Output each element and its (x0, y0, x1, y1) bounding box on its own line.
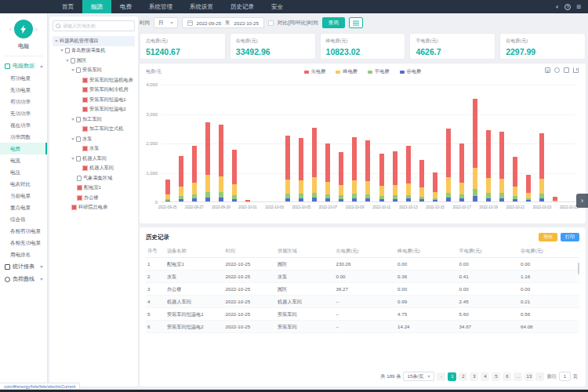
query-button[interactable]: 查询 (322, 17, 345, 28)
region-search-input[interactable] (63, 24, 132, 28)
tree-node-label: 机器人车间 (89, 165, 114, 172)
tree-node-15[interactable]: 气象采集区域 (53, 173, 135, 183)
rail-item-电表对比[interactable]: 电表对比 (0, 178, 47, 190)
export-button[interactable]: 导出 (539, 233, 557, 241)
x-tick-label: 2022-10-05 (292, 205, 310, 209)
module-next-icon[interactable]: › (35, 26, 38, 33)
tree-node-3[interactable]: 园区 (53, 56, 135, 66)
tree-node-17[interactable]: 办公楼 (53, 193, 135, 203)
nav-tab-7[interactable]: 安全 (263, 0, 292, 13)
interval-select[interactable]: 日 (154, 17, 178, 28)
data-view-icon[interactable] (545, 67, 550, 73)
theme-icon[interactable]: ◐ (556, 4, 559, 9)
tree-node-11[interactable]: 水泵 (53, 134, 135, 144)
legend-item-平电费[interactable]: 平电费 (368, 68, 390, 75)
legend-item-谷电费[interactable]: 谷电费 (400, 68, 422, 75)
page-button-4[interactable]: 4 (481, 372, 489, 381)
tree-node-2[interactable]: 青岛数据采集机 (53, 46, 135, 56)
bar-slot (428, 85, 441, 201)
page-size-select[interactable]: 15条/页 (403, 372, 434, 381)
nav-tab-2[interactable]: 能源 (82, 0, 111, 13)
apps-grid-icon[interactable]: ⊞ (576, 4, 581, 9)
help-icon[interactable]: ? (564, 4, 571, 10)
next-page-button[interactable]: › (535, 372, 544, 381)
carousel-next-button[interactable]: › (576, 194, 588, 208)
bar-slot (241, 85, 254, 201)
restore-icon[interactable] (554, 67, 560, 73)
prev-page-button[interactable]: ‹ (437, 372, 445, 381)
bar-segment-尖电费 (539, 133, 544, 179)
page-button-1[interactable]: 1 (448, 372, 456, 381)
table-scrollbar[interactable] (578, 263, 579, 274)
rail-item-视在功率[interactable]: 视在功率 (0, 119, 47, 131)
bar-slot (415, 85, 428, 201)
print-button[interactable]: 打印 (561, 233, 579, 241)
stat-card-2: 尖电费(元)33492.96 (230, 33, 316, 60)
rail-item-各相无功电量[interactable]: 各相无功电量 (0, 237, 47, 249)
tree-node-9[interactable]: 加工车间 (53, 114, 135, 125)
tree-node-7[interactable]: 安装车间恒温电1 (53, 95, 135, 105)
tree-node-8[interactable]: 安装车间恒温电2 (53, 105, 135, 115)
chevron-down-icon (40, 266, 43, 268)
module-prev-icon[interactable]: ‹ (9, 26, 12, 33)
view-toggle-button[interactable] (349, 17, 363, 28)
tree-node-5[interactable]: 安装车间恒温机电表 (53, 75, 135, 85)
table-cell: 230.26 (335, 258, 397, 270)
jump-page-input[interactable] (559, 372, 571, 381)
tree-node-label: 安装车间制冷机房 (89, 86, 129, 93)
x-tick-label: 2022-10-13 (399, 205, 418, 209)
rail-item-电费[interactable]: 电费 (0, 143, 47, 154)
nav-tab-4[interactable]: 系统管理 (140, 0, 181, 13)
rail-item-各相有功电量[interactable]: 各相有功电量 (0, 225, 47, 237)
page-button-13[interactable]: 13 (524, 372, 533, 381)
y-tick-label: 4,000 (146, 82, 158, 87)
legend-item-尖电费[interactable]: 尖电费 (304, 68, 326, 75)
rail-item-功率因数[interactable]: 功率因数 (0, 131, 47, 143)
tree-node-6[interactable]: 安装车间制冷机房 (53, 85, 135, 96)
rail-item-电压[interactable]: 电压 (0, 166, 47, 178)
rail-item-电流[interactable]: 电流 (0, 154, 47, 166)
tree-node-18[interactable]: 科研院总电表 (53, 203, 135, 213)
download-icon[interactable] (573, 67, 579, 73)
tree-node-1[interactable]: 科源风机管理项目 (53, 36, 135, 46)
stat-card-value: 4626.7 (416, 47, 489, 56)
tree-node-16[interactable]: 配电室1 (53, 183, 135, 194)
nav-tab-6[interactable]: 历史记录 (222, 0, 263, 13)
energy-module-icon[interactable] (14, 20, 33, 38)
tree-node-label: 加工车间立式机 (89, 125, 123, 132)
tree-node-13[interactable]: 机器人车间 (53, 154, 135, 164)
rail-item-综合值[interactable]: 综合值 (0, 213, 47, 225)
rail-item-有功功率[interactable]: 有功功率 (0, 96, 47, 107)
tree-node-label: 安装车间恒温电2 (89, 106, 126, 113)
page-button-2[interactable]: 2 (459, 372, 467, 381)
tree-node-12[interactable]: 水泵 (53, 144, 135, 154)
rail-item-当前电量[interactable]: 当前电量 (0, 190, 47, 201)
tree-node-4[interactable]: 安装车间 (53, 66, 135, 76)
bar-2022-09-30 (232, 150, 237, 201)
rail-group-header-1[interactable]: 电能数据 (0, 60, 47, 72)
page-button-5[interactable]: 5 (492, 372, 500, 381)
bar-2022-10-01 (245, 200, 250, 201)
nav-tab-1[interactable]: 首页 (53, 0, 82, 13)
rail-item-重点电量[interactable]: 重点电量 (0, 201, 47, 213)
date-start: 2022-09-25 (197, 20, 222, 26)
tree-node-10[interactable]: 加工车间立式机 (53, 125, 135, 135)
nav-tab-3[interactable]: 电费 (111, 0, 140, 13)
page-button-6[interactable]: 6 (503, 372, 511, 381)
bar-slot (495, 85, 509, 201)
rail-item-无功电量[interactable]: 无功电量 (0, 84, 47, 96)
rail-group-header-3[interactable]: 负荷曲线 (0, 273, 47, 285)
column-header-6: 峰电费(元) (396, 245, 458, 257)
legend-item-峰电费[interactable]: 峰电费 (336, 68, 358, 75)
nav-tab-5[interactable]: 系统设置 (181, 0, 222, 13)
rail-item-有功电量[interactable]: 有功电量 (0, 72, 47, 84)
page-button-3[interactable]: 3 (470, 372, 478, 381)
date-range-picker[interactable]: 2022-09-25 至 2022-10-25 (182, 17, 265, 28)
compare-checkbox[interactable] (268, 20, 274, 26)
rail-item-用电排名[interactable]: 用电排名 (0, 249, 47, 260)
bar-2022-10-23 (539, 133, 544, 201)
rail-item-无功功率[interactable]: 无功功率 (0, 107, 47, 119)
tree-node-14[interactable]: 机器人车间 (53, 164, 135, 174)
rail-group-header-2[interactable]: 统计报表 (0, 260, 47, 273)
chart-type-icon[interactable] (564, 67, 569, 73)
